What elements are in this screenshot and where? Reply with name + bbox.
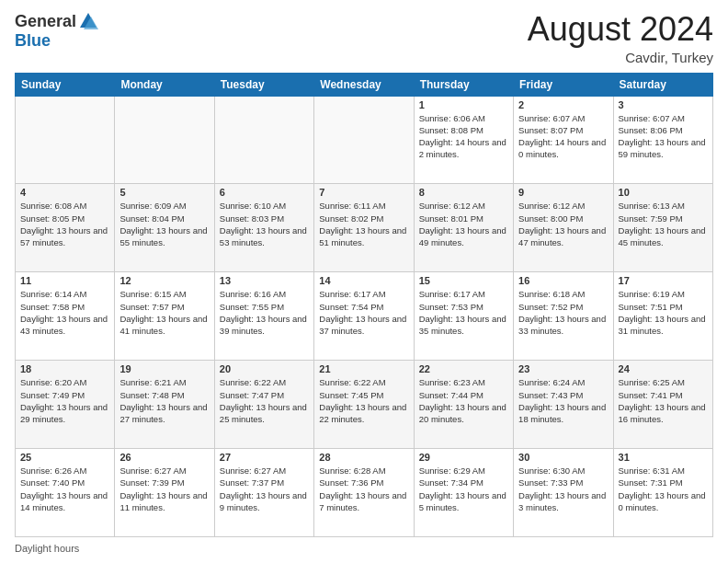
calendar-cell: 22 Sunrise: 6:23 AMSunset: 7:44 PMDaylig… — [414, 361, 513, 449]
day-info: Sunrise: 6:12 AMSunset: 8:01 PMDaylight:… — [419, 201, 506, 247]
day-info: Sunrise: 6:06 AMSunset: 8:08 PMDaylight:… — [419, 113, 506, 160]
day-number: 21 — [319, 363, 408, 374]
day-info: Sunrise: 6:07 AMSunset: 8:06 PMDaylight:… — [619, 113, 706, 160]
calendar-cell — [115, 96, 214, 184]
day-number: 12 — [119, 275, 209, 286]
calendar-cell: 9 Sunrise: 6:12 AMSunset: 8:00 PMDayligh… — [514, 184, 613, 272]
day-number: 29 — [419, 452, 508, 463]
calendar-cell: 5 Sunrise: 6:09 AMSunset: 8:04 PMDayligh… — [115, 184, 214, 272]
day-info: Sunrise: 6:14 AMSunset: 7:58 PMDaylight:… — [20, 289, 108, 336]
logo-general-text: General — [15, 12, 76, 31]
calendar-cell: 23 Sunrise: 6:24 AMSunset: 7:43 PMDaylig… — [514, 361, 613, 449]
calendar-cell: 18 Sunrise: 6:20 AMSunset: 7:49 PMDaylig… — [16, 361, 115, 449]
day-header-monday: Monday — [115, 73, 214, 96]
day-number: 22 — [419, 363, 508, 374]
calendar-cell: 24 Sunrise: 6:25 AMSunset: 7:41 PMDaylig… — [613, 361, 712, 449]
calendar-cell: 12 Sunrise: 6:15 AMSunset: 7:57 PMDaylig… — [115, 272, 214, 361]
day-info: Sunrise: 6:17 AMSunset: 7:54 PMDaylight:… — [319, 289, 406, 336]
calendar-cell: 19 Sunrise: 6:21 AMSunset: 7:48 PMDaylig… — [115, 361, 214, 449]
day-number: 30 — [518, 452, 608, 463]
day-number: 11 — [20, 275, 109, 286]
calendar-cell: 3 Sunrise: 6:07 AMSunset: 8:06 PMDayligh… — [613, 96, 712, 184]
calendar-cell: 20 Sunrise: 6:22 AMSunset: 7:47 PMDaylig… — [214, 361, 313, 449]
logo-blue-text: Blue — [15, 31, 51, 50]
calendar-cell: 11 Sunrise: 6:14 AMSunset: 7:58 PMDaylig… — [16, 272, 115, 361]
day-number: 8 — [419, 187, 508, 198]
calendar-cell: 21 Sunrise: 6:22 AMSunset: 7:45 PMDaylig… — [314, 361, 414, 449]
day-info: Sunrise: 6:27 AMSunset: 7:37 PMDaylight:… — [220, 465, 307, 512]
calendar-cell: 10 Sunrise: 6:13 AMSunset: 7:59 PMDaylig… — [613, 184, 712, 272]
day-number: 16 — [518, 275, 608, 286]
day-number: 23 — [518, 363, 608, 374]
calendar-cell: 28 Sunrise: 6:28 AMSunset: 7:36 PMDaylig… — [314, 449, 414, 537]
day-info: Sunrise: 6:26 AMSunset: 7:40 PMDaylight:… — [20, 465, 108, 512]
day-info: Sunrise: 6:12 AMSunset: 8:00 PMDaylight:… — [518, 201, 606, 247]
calendar-cell: 8 Sunrise: 6:12 AMSunset: 8:01 PMDayligh… — [414, 184, 513, 272]
day-info: Sunrise: 6:21 AMSunset: 7:48 PMDaylight:… — [119, 377, 207, 424]
day-header-sunday: Sunday — [16, 73, 115, 96]
calendar-cell — [314, 96, 414, 184]
calendar-week-3: 11 Sunrise: 6:14 AMSunset: 7:58 PMDaylig… — [16, 272, 713, 361]
day-number: 6 — [220, 187, 309, 198]
header: General Blue August 2024 Cavdir, Turkey — [15, 11, 713, 65]
day-number: 13 — [220, 275, 309, 286]
day-number: 31 — [619, 452, 708, 463]
calendar-header-row: SundayMondayTuesdayWednesdayThursdayFrid… — [16, 73, 713, 96]
calendar-cell: 16 Sunrise: 6:18 AMSunset: 7:52 PMDaylig… — [514, 272, 613, 361]
calendar-cell: 4 Sunrise: 6:08 AMSunset: 8:05 PMDayligh… — [16, 184, 115, 272]
calendar-cell: 30 Sunrise: 6:30 AMSunset: 7:33 PMDaylig… — [514, 449, 613, 537]
day-info: Sunrise: 6:22 AMSunset: 7:47 PMDaylight:… — [220, 377, 307, 424]
calendar-week-2: 4 Sunrise: 6:08 AMSunset: 8:05 PMDayligh… — [16, 184, 713, 272]
day-number: 10 — [619, 187, 708, 198]
day-info: Sunrise: 6:25 AMSunset: 7:41 PMDaylight:… — [619, 377, 706, 424]
day-number: 3 — [619, 99, 708, 110]
logo: General Blue — [15, 11, 98, 51]
day-number: 25 — [20, 452, 109, 463]
footer: Daylight hours — [15, 543, 713, 554]
day-number: 17 — [619, 275, 708, 286]
daylight-label: Daylight hours — [15, 543, 79, 554]
day-number: 27 — [220, 452, 309, 463]
day-number: 7 — [319, 187, 408, 198]
day-number: 28 — [319, 452, 408, 463]
day-info: Sunrise: 6:16 AMSunset: 7:55 PMDaylight:… — [220, 289, 307, 336]
day-info: Sunrise: 6:20 AMSunset: 7:49 PMDaylight:… — [20, 377, 108, 424]
day-info: Sunrise: 6:24 AMSunset: 7:43 PMDaylight:… — [518, 377, 606, 424]
calendar-table: SundayMondayTuesdayWednesdayThursdayFrid… — [15, 73, 713, 537]
calendar-cell: 14 Sunrise: 6:17 AMSunset: 7:54 PMDaylig… — [314, 272, 414, 361]
calendar-cell: 2 Sunrise: 6:07 AMSunset: 8:07 PMDayligh… — [514, 96, 613, 184]
calendar-cell: 13 Sunrise: 6:16 AMSunset: 7:55 PMDaylig… — [214, 272, 313, 361]
location: Cavdir, Turkey — [528, 50, 713, 65]
day-number: 4 — [20, 187, 109, 198]
day-info: Sunrise: 6:31 AMSunset: 7:31 PMDaylight:… — [619, 465, 706, 512]
calendar-cell: 15 Sunrise: 6:17 AMSunset: 7:53 PMDaylig… — [414, 272, 513, 361]
day-header-thursday: Thursday — [414, 73, 513, 96]
day-number: 18 — [20, 363, 109, 374]
calendar-cell: 27 Sunrise: 6:27 AMSunset: 7:37 PMDaylig… — [214, 449, 313, 537]
calendar-week-5: 25 Sunrise: 6:26 AMSunset: 7:40 PMDaylig… — [16, 449, 713, 537]
calendar-cell: 7 Sunrise: 6:11 AMSunset: 8:02 PMDayligh… — [314, 184, 414, 272]
day-number: 15 — [419, 275, 508, 286]
day-number: 9 — [518, 187, 608, 198]
day-info: Sunrise: 6:07 AMSunset: 8:07 PMDaylight:… — [518, 113, 606, 160]
calendar-cell: 26 Sunrise: 6:27 AMSunset: 7:39 PMDaylig… — [115, 449, 214, 537]
calendar-cell: 6 Sunrise: 6:10 AMSunset: 8:03 PMDayligh… — [214, 184, 313, 272]
day-header-wednesday: Wednesday — [314, 73, 414, 96]
month-title: August 2024 — [528, 11, 713, 48]
day-info: Sunrise: 6:08 AMSunset: 8:05 PMDaylight:… — [20, 201, 108, 247]
day-number: 19 — [119, 363, 209, 374]
day-number: 24 — [619, 363, 708, 374]
calendar-week-1: 1 Sunrise: 6:06 AMSunset: 8:08 PMDayligh… — [16, 96, 713, 184]
day-info: Sunrise: 6:28 AMSunset: 7:36 PMDaylight:… — [319, 465, 406, 512]
day-info: Sunrise: 6:13 AMSunset: 7:59 PMDaylight:… — [619, 201, 706, 247]
calendar-cell — [16, 96, 115, 184]
calendar-cell: 29 Sunrise: 6:29 AMSunset: 7:34 PMDaylig… — [414, 449, 513, 537]
day-info: Sunrise: 6:17 AMSunset: 7:53 PMDaylight:… — [419, 289, 506, 336]
day-info: Sunrise: 6:15 AMSunset: 7:57 PMDaylight:… — [119, 289, 207, 336]
day-info: Sunrise: 6:30 AMSunset: 7:33 PMDaylight:… — [518, 465, 606, 512]
title-block: August 2024 Cavdir, Turkey — [528, 11, 713, 65]
day-header-friday: Friday — [514, 73, 613, 96]
day-number: 2 — [518, 99, 608, 110]
day-header-tuesday: Tuesday — [214, 73, 313, 96]
calendar-cell: 1 Sunrise: 6:06 AMSunset: 8:08 PMDayligh… — [414, 96, 513, 184]
